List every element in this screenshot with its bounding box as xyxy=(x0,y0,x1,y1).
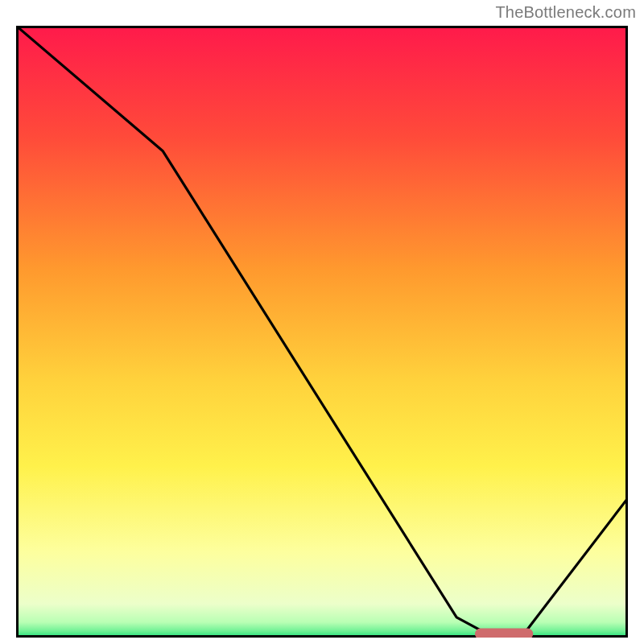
chart-container: TheBottleneck.com xyxy=(0,0,644,644)
attribution-text: TheBottleneck.com xyxy=(495,3,636,22)
bottleneck-chart xyxy=(16,26,628,638)
gradient-background xyxy=(16,26,628,638)
chart-frame xyxy=(16,26,628,638)
optimal-marker xyxy=(475,628,533,638)
